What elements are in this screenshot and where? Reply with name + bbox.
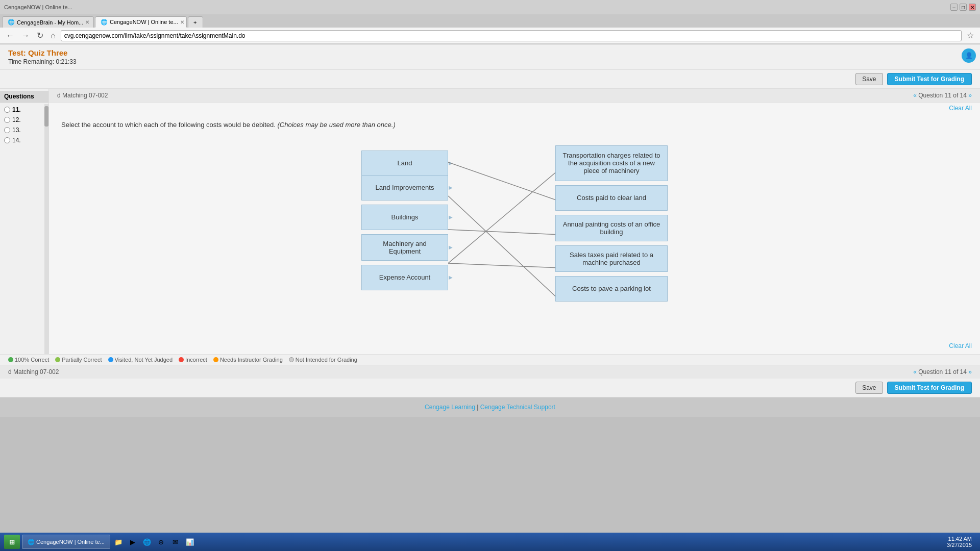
match-right-parking[interactable]: Costs to pave a parking lot (555, 276, 668, 302)
legend-notintended: Not Intended for Grading (289, 357, 357, 363)
address-bar: ← → ↻ ⌂ ☆ (0, 28, 980, 44)
tab-cengagenow[interactable]: 🌐 CengageNOW | Online te... ✕ (95, 16, 187, 28)
match-left-machinery[interactable]: Machinery and Equipment (361, 234, 448, 261)
bottom-next-link[interactable]: » (968, 368, 972, 375)
question-header-bar: d Matching 07-002 « Question 11 of 14 » (49, 89, 980, 103)
minimize-button[interactable]: – (950, 4, 958, 11)
time-remaining: Time Remaining: 0:21:33 (8, 58, 972, 65)
match-left-land-improvements[interactable]: Land Improvements (361, 175, 448, 201)
notintended-dot (289, 357, 294, 362)
question-radio-11[interactable] (4, 107, 10, 113)
match-left-land[interactable]: Land (361, 151, 448, 176)
maximize-button[interactable]: □ (960, 4, 967, 11)
svg-line-1 (448, 162, 560, 202)
top-toolbar: Save Submit Test for Grading (0, 70, 980, 89)
question-instruction: Select the account to which each of the … (61, 120, 968, 130)
question-item-12[interactable]: 12. (0, 115, 48, 125)
home-button[interactable]: ⌂ (48, 30, 58, 41)
question-item-11[interactable]: 11. (0, 105, 48, 115)
match-left-buildings[interactable]: Buildings (361, 205, 448, 230)
question-radio-12[interactable] (4, 117, 10, 123)
match-right-clear-land[interactable]: Costs paid to clear land (555, 185, 668, 211)
question-nav: « Question 11 of 14 » (913, 92, 972, 99)
svg-line-3 (448, 263, 560, 268)
match-left-expense[interactable]: Expense Account (361, 265, 448, 290)
bottom-question-bar: d Matching 07-002 « Question 11 of 14 » (0, 365, 980, 379)
sidebar: Questions 11. 12. 13. 14. (0, 89, 49, 354)
browser-tabs: 🌐 CengageBrain - My Hom... ✕ 🌐 CengageNO… (0, 14, 980, 28)
status-legend: 100% Correct Partially Correct Visited, … (0, 354, 980, 365)
question-list: 11. 12. 13. 14. (0, 103, 48, 147)
match-right-transportation[interactable]: Transportation charges related to the ac… (555, 145, 668, 181)
question-type-label: d Matching 07-002 (57, 92, 108, 99)
svg-line-0 (448, 168, 560, 263)
match-right-painting[interactable]: Annual painting costs of an office build… (555, 215, 668, 241)
legend-correct: 100% Correct (8, 357, 49, 363)
connection-lines (448, 145, 560, 324)
legend-partial: Partially Correct (55, 357, 102, 363)
clear-all-top-link[interactable]: Clear All (949, 105, 972, 112)
bottom-toolbar: Save Submit Test for Grading (0, 379, 980, 397)
back-button[interactable]: ← (4, 30, 16, 41)
clear-all-bottom-bar: Clear All (49, 340, 980, 352)
page-header: Test: Quiz Three Time Remaining: 0:21:33 (0, 44, 980, 70)
close-button[interactable]: ✕ (969, 4, 976, 11)
browser-title-bar: CengageNOW | Online te... – □ ✕ (0, 0, 980, 14)
bottom-save-button[interactable]: Save (855, 382, 883, 394)
technical-support-link[interactable]: Cengage Technical Support (480, 404, 555, 411)
bottom-question-label: d Matching 07-002 (8, 368, 59, 375)
top-save-button[interactable]: Save (855, 73, 883, 85)
user-avatar[interactable]: 👤 (962, 48, 976, 63)
legend-visited: Visited, Not Yet Judged (108, 357, 173, 363)
incorrect-dot (179, 357, 184, 362)
question-content: Select the account to which each of the … (49, 114, 980, 340)
browser-chrome: CengageNOW | Online te... – □ ✕ 🌐 Cengag… (0, 0, 980, 44)
match-right-sales-tax[interactable]: Sales taxes paid related to a machine pu… (555, 245, 668, 272)
bottom-submit-button[interactable]: Submit Test for Grading (887, 382, 972, 394)
address-input[interactable] (61, 30, 962, 41)
bottom-question-nav: « Question 11 of 14 » (913, 368, 972, 375)
left-column: Land Land Improvements Buildings (361, 145, 448, 290)
clear-all-bottom-link[interactable]: Clear All (949, 342, 972, 349)
tab-close-active-icon[interactable]: ✕ (180, 19, 184, 25)
tab-new[interactable]: + (188, 16, 203, 28)
legend-incorrect: Incorrect (179, 357, 207, 363)
forward-button[interactable]: → (19, 30, 32, 41)
clear-all-top-bar: Clear All (49, 103, 980, 114)
top-submit-button[interactable]: Submit Test for Grading (887, 73, 972, 85)
page-content: Test: Quiz Three Time Remaining: 0:21:33… (0, 44, 980, 417)
question-item-13[interactable]: 13. (0, 125, 48, 135)
cengage-learning-link[interactable]: Cengage Learning (425, 404, 475, 411)
svg-line-4 (448, 196, 560, 301)
tab-cengagebrain[interactable]: 🌐 CengageBrain - My Hom... ✕ (2, 16, 94, 28)
page-header-wrapper: Test: Quiz Three Time Remaining: 0:21:33… (0, 44, 980, 70)
legend-instructor: Needs Instructor Grading (213, 357, 283, 363)
matching-diagram: Land Land Improvements Buildings (361, 145, 668, 324)
sidebar-header: Questions (0, 91, 48, 103)
svg-line-2 (448, 230, 560, 235)
correct-dot (8, 357, 13, 362)
question-radio-13[interactable] (4, 127, 10, 133)
partial-dot (55, 357, 60, 362)
next-question-link[interactable]: » (968, 92, 972, 99)
page-footer: Cengage Learning | Cengage Technical Sup… (0, 397, 980, 417)
content-wrapper: d Matching 07-002 « Question 11 of 14 » … (49, 89, 980, 354)
refresh-button[interactable]: ↻ (35, 30, 45, 41)
matching-wrapper: Land Land Improvements Buildings (61, 140, 968, 334)
question-item-14[interactable]: 14. (0, 135, 48, 145)
instructor-dot (213, 357, 218, 362)
bottom-prev-link[interactable]: « (913, 368, 917, 375)
bookmark-button[interactable]: ☆ (965, 30, 976, 41)
test-title: Test: Quiz Three (8, 48, 972, 57)
right-column: Transportation charges related to the ac… (555, 145, 668, 302)
main-layout: Questions 11. 12. 13. 14. (0, 89, 980, 354)
question-radio-14[interactable] (4, 137, 10, 143)
visited-dot (108, 357, 113, 362)
prev-question-link[interactable]: « (913, 92, 917, 99)
tab-close-icon[interactable]: ✕ (85, 19, 89, 25)
